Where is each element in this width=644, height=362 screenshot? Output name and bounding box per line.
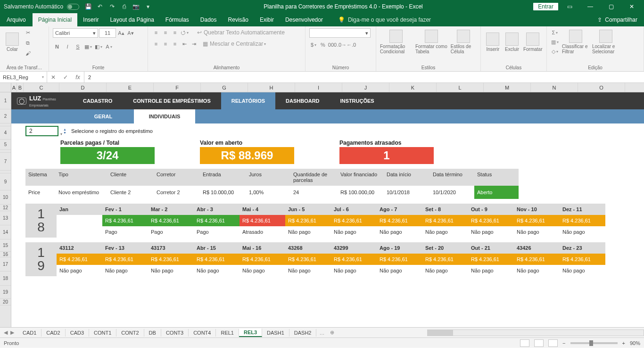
col-B[interactable]: B — [17, 83, 24, 92]
comma-icon[interactable]: 000 — [328, 41, 337, 49]
row-19[interactable]: 19 — [0, 286, 11, 299]
number-format-select[interactable]: ▾ — [309, 28, 371, 38]
td-inicio[interactable]: 10/1/2018 — [384, 186, 430, 199]
spin-down-icon[interactable]: ▼ — [63, 131, 66, 134]
status-cell[interactable]: Não pago — [514, 226, 560, 238]
td-sistema[interactable]: Price — [25, 186, 56, 199]
amount-cell[interactable]: R$ 4.236,61 — [239, 254, 285, 265]
currency-icon[interactable]: $ — [309, 41, 318, 49]
col-K[interactable]: K — [389, 83, 437, 92]
camera-icon[interactable]: 📷 — [131, 1, 141, 12]
align-bottom-icon[interactable]: ≡ — [171, 28, 179, 37]
sheet-CAD2[interactable]: CAD2 — [41, 329, 65, 337]
decrease-font-icon[interactable]: A▾ — [126, 29, 135, 37]
amount-cell[interactable]: R$ 4.236,61 — [331, 215, 377, 226]
zoom-in-icon[interactable]: + — [622, 340, 625, 346]
amount-cell[interactable]: R$ 4.236,61 — [148, 215, 194, 226]
status-cell[interactable]: Não pago — [514, 265, 560, 276]
col-H[interactable]: H — [248, 83, 295, 92]
amount-cell[interactable]: R$ 4.236,61 — [194, 215, 239, 226]
status-cell[interactable]: Não pago — [148, 265, 194, 276]
name-box[interactable]: REL3_Reg▾ — [0, 72, 47, 82]
status-cell[interactable]: Não pago — [422, 226, 468, 238]
indent-dec-icon[interactable]: ⇤ — [180, 40, 189, 48]
amount-cell[interactable]: R$ 4.236,61 — [239, 215, 285, 226]
undo-icon[interactable]: ↶ — [95, 1, 105, 12]
redo-icon[interactable]: ↷ — [107, 1, 117, 12]
font-name-select[interactable]: Calibri▾ — [53, 28, 98, 38]
autosum-icon[interactable]: Σ — [551, 28, 559, 37]
sheet-CONT1[interactable]: CONT1 — [89, 329, 116, 337]
amount-cell[interactable]: R$ 4.236,61 — [468, 215, 514, 226]
format-cells-button[interactable]: Formatar — [523, 28, 543, 56]
cancel-formula-icon[interactable]: ✕ — [47, 74, 59, 81]
col-G[interactable]: G — [201, 83, 248, 92]
col-A[interactable]: A — [11, 83, 17, 92]
align-center-icon[interactable]: ≡ — [161, 40, 170, 48]
signin-button[interactable]: Entrar — [533, 3, 558, 10]
fill-color-button[interactable]: ◧ — [94, 42, 103, 51]
row-12[interactable]: 12 — [0, 205, 11, 211]
tab-file[interactable]: Arquivo — [0, 13, 33, 26]
amount-cell[interactable]: R$ 4.236,61 — [560, 254, 605, 265]
status-cell[interactable]: Não pago — [331, 265, 377, 276]
copy-icon[interactable]: ⧉ — [24, 39, 32, 47]
row-14[interactable]: 14 — [0, 225, 11, 239]
row-9[interactable]: 9 — [0, 173, 11, 190]
td-juros[interactable]: 1,00% — [246, 186, 290, 199]
status-cell[interactable]: Não pago — [377, 265, 422, 276]
row-17[interactable]: 17 — [0, 257, 11, 272]
col-D[interactable]: D — [59, 83, 107, 92]
td-termino[interactable]: 10/1/2020 — [430, 186, 474, 199]
formula-input[interactable]: 2 — [84, 72, 644, 82]
amount-cell[interactable] — [57, 215, 102, 226]
nav-dashboard[interactable]: DASHBOARD — [275, 92, 330, 109]
status-cell[interactable]: Não pago — [285, 265, 331, 276]
save-icon[interactable]: 💾 — [83, 1, 93, 12]
new-sheet-icon[interactable]: ⊕ — [327, 329, 337, 336]
tab-home[interactable]: Página Inicial — [33, 13, 77, 26]
sheet-CONT3[interactable]: CONT3 — [161, 329, 189, 337]
col-C[interactable]: C — [24, 83, 59, 92]
nav-relatorios[interactable]: RELATÓRIOS — [221, 92, 275, 109]
format-table-button[interactable]: Formatar como Tabela — [415, 28, 448, 56]
amount-cell[interactable]: R$ 4.236,61 — [514, 215, 560, 226]
nav-controle[interactable]: CONTROLE DE EMPRÉSTIMOS — [123, 92, 221, 109]
sheet-CAD3[interactable]: CAD3 — [66, 329, 89, 337]
autosave-toggle[interactable] — [67, 4, 79, 10]
status-cell[interactable]: Não pago — [102, 265, 148, 276]
subtab-geral[interactable]: GERAL — [73, 109, 134, 123]
tab-insert[interactable]: Inserir — [77, 13, 104, 26]
amount-cell[interactable]: R$ 4.236,61 — [377, 215, 422, 226]
tab-developer[interactable]: Desenvolvedor — [280, 13, 329, 26]
status-cell[interactable]: Atrasado — [239, 226, 285, 238]
conditional-format-button[interactable]: Formatação Condicional — [380, 28, 413, 56]
indent-inc-icon[interactable]: ⇥ — [190, 40, 198, 48]
tab-review[interactable]: Revisão — [223, 13, 254, 26]
status-cell[interactable]: Não pago — [560, 265, 605, 276]
status-cell[interactable]: Não pago — [468, 265, 514, 276]
row-1[interactable]: 1 — [0, 92, 11, 109]
status-cell[interactable]: Não pago — [239, 265, 285, 276]
percent-icon[interactable]: % — [319, 41, 327, 49]
inc-decimal-icon[interactable]: .0→ — [338, 41, 346, 49]
td-qtd[interactable]: 24 — [290, 186, 338, 199]
td-tipo[interactable]: Novo empréstimo — [56, 186, 107, 199]
td-status[interactable]: Aberto — [474, 186, 519, 199]
status-cell[interactable]: Não pago — [194, 265, 239, 276]
status-cell[interactable]: Não pago — [57, 265, 102, 276]
align-middle-icon[interactable]: ≡ — [161, 28, 170, 37]
view-pagebreak-icon[interactable] — [548, 339, 558, 347]
amount-cell[interactable]: R$ 4.236,61 — [102, 254, 148, 265]
find-select-button[interactable]: Localizar e Selecionar — [592, 28, 619, 56]
cut-icon[interactable]: ✂ — [24, 28, 32, 37]
paste-button[interactable]: Colar — [4, 28, 21, 56]
row-18[interactable]: 18 — [0, 272, 11, 286]
sheet-REL1[interactable]: REL1 — [216, 329, 239, 337]
h-scrollbar[interactable] — [427, 329, 644, 336]
merge-center-button[interactable]: ▦ Mesclar e Centralizar — [203, 41, 266, 47]
td-valor[interactable]: R$ 100.000,00 — [338, 186, 384, 199]
amount-cell[interactable]: R$ 4.236,61 — [194, 254, 239, 265]
status-cell[interactable]: Não pago — [377, 226, 422, 238]
record-select[interactable]: 2 — [25, 126, 58, 136]
